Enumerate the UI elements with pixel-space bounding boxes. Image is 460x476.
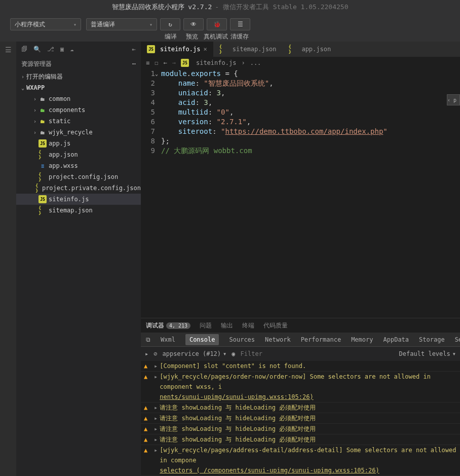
file-label: common: [49, 95, 70, 102]
collapse-icon[interactable]: ⇤: [132, 46, 136, 53]
toolbar: 小程序模式▾ 普通编译▾ ↻ 👁 🐞 ☰ 编译 预览 真机调试 清缓存: [0, 14, 460, 42]
tab-sitemap.json[interactable]: { }sitemap.json: [213, 42, 283, 57]
console-message: [Component] slot "content" is not found.: [160, 361, 457, 371]
devtab-memory[interactable]: Memory: [351, 336, 373, 343]
devtab-storage[interactable]: Storage: [419, 336, 445, 343]
devtab-wxml[interactable]: Wxml: [161, 336, 175, 343]
chevron-down-icon: ▾: [223, 350, 226, 357]
close-icon[interactable]: ×: [203, 46, 207, 53]
clear-console-icon[interactable]: ⊘: [154, 350, 157, 357]
bookmark-icon[interactable]: ☐: [155, 59, 158, 66]
search-icon[interactable]: 🔍: [33, 46, 41, 53]
remote-debug-button[interactable]: 🐞: [207, 18, 227, 30]
list-icon[interactable]: ≡: [146, 59, 149, 66]
expand-icon[interactable]: ▸: [154, 372, 158, 382]
compile-label: 编译: [160, 32, 181, 41]
filter-input[interactable]: [241, 350, 394, 357]
file-app.wxss[interactable]: ≡app.wxss: [16, 160, 141, 171]
project-root[interactable]: ⌄WXAPP: [16, 82, 141, 93]
fold-icon[interactable]: ⌄: [155, 69, 158, 79]
console-row: ▲▸请注意 showLoading 与 hideLoading 必须配对使用: [141, 434, 460, 445]
json-icon: { }: [39, 173, 47, 181]
explorer-icon[interactable]: ☰: [5, 46, 12, 54]
tab-quality[interactable]: 代码质量: [263, 321, 288, 330]
devtab-network[interactable]: Network: [265, 336, 291, 343]
devtab-performance[interactable]: Performance: [301, 336, 341, 343]
context-select[interactable]: appservice (#12) ▾: [162, 350, 226, 357]
json-icon: { }: [39, 151, 47, 159]
project-label: WXAPP: [26, 84, 45, 91]
expand-icon[interactable]: ▸: [154, 424, 158, 434]
console-row: ▲▸请注意 showLoading 与 hideLoading 必须配对使用: [141, 402, 460, 413]
warning-icon: ▲: [144, 445, 151, 455]
levels-select[interactable]: Default levels ▾: [399, 350, 456, 357]
file-app.js[interactable]: JSapp.js: [16, 138, 141, 149]
console-message: [wjyk_recycle/pages/address-detail/addre…: [160, 445, 457, 475]
expand-icon[interactable]: ▸: [154, 361, 158, 371]
peek-panel-icon[interactable]: ‹ p: [447, 94, 460, 105]
tab-issues[interactable]: 问题: [200, 321, 212, 330]
remote-debug-label: 真机调试: [203, 32, 229, 41]
tab-siteinfo.js[interactable]: JSsiteinfo.js×: [141, 42, 213, 57]
eye-icon[interactable]: ◉: [232, 350, 235, 357]
devtab-console[interactable]: Console: [185, 334, 219, 345]
compile-mode-dropdown[interactable]: 普通编译▾: [86, 18, 157, 30]
code-editor[interactable]: 123456789 ⌄ module.exports = { name: "智慧…: [141, 69, 460, 318]
expand-icon[interactable]: ▸: [154, 402, 158, 413]
preview-button[interactable]: 👁: [183, 18, 204, 30]
compile-button[interactable]: ↻: [160, 18, 180, 30]
opened-editors-label: 打开的编辑器: [26, 72, 63, 81]
file-project.config.json[interactable]: { }project.config.json: [16, 171, 141, 182]
more-icon[interactable]: ⋯: [132, 60, 136, 67]
js-icon: JS: [39, 139, 47, 148]
tab-debugger[interactable]: 调试器4, 213: [146, 321, 190, 330]
preview-label: 预览: [181, 32, 203, 41]
devtab-appdata[interactable]: AppData: [383, 336, 409, 343]
file-siteinfo.js[interactable]: JSsiteinfo.js: [16, 194, 141, 205]
mode-dropdown[interactable]: 小程序模式▾: [10, 18, 81, 30]
inspect-icon[interactable]: ⧉: [146, 336, 150, 343]
devtab-secur[interactable]: Secur: [455, 336, 460, 343]
folder-common[interactable]: ›🖿common: [16, 93, 141, 104]
console-output[interactable]: ▲▸[Component] slot "content" is not foun…: [141, 361, 460, 476]
js-icon: JS: [147, 45, 155, 53]
devtab-sources[interactable]: Sources: [229, 336, 255, 343]
warning-icon: ▲: [144, 424, 151, 434]
activity-bar: ☰: [0, 42, 16, 476]
tab-output[interactable]: 输出: [221, 321, 233, 330]
nav-back-icon[interactable]: ←: [163, 59, 167, 66]
warning-icon: ▲: [144, 361, 151, 371]
file-app.json[interactable]: { }app.json: [16, 149, 141, 160]
tab-terminal[interactable]: 终端: [242, 321, 254, 330]
folder-components[interactable]: ›🖿components: [16, 104, 141, 116]
mode-label: 小程序模式: [15, 20, 45, 29]
warning-icon: ▲: [144, 402, 151, 413]
breadcrumb-file[interactable]: siteinfo.js: [196, 59, 236, 66]
console-message: 请注意 showLoading 与 hideLoading 必须配对使用: [160, 413, 457, 423]
tab-app.json[interactable]: { }app.json: [282, 42, 337, 57]
console-row: ▲▸[Component] slot "content" is not foun…: [141, 361, 460, 372]
console-message: 请注意 showLoading 与 hideLoading 必须配对使用: [160, 434, 457, 445]
tab-label: app.json: [301, 46, 331, 53]
chevron-down-icon: ▾: [452, 350, 456, 357]
file-label: components: [49, 106, 85, 114]
nav-forward-icon[interactable]: →: [172, 59, 176, 66]
debugger-count: 4, 213: [166, 322, 190, 329]
toggle-sidebar-icon[interactable]: ▸: [145, 350, 148, 357]
file-sitemap.json[interactable]: { }sitemap.json: [16, 205, 141, 216]
opened-editors-section[interactable]: ›打开的编辑器: [16, 71, 141, 82]
cube-icon[interactable]: ▣: [60, 46, 64, 53]
warning-icon: ▲: [144, 413, 151, 423]
cloud-icon[interactable]: ☁: [70, 46, 73, 53]
folder-static[interactable]: ›🖿static: [16, 116, 141, 127]
json-icon: { }: [288, 45, 296, 53]
breadcrumb-sep: ›: [241, 59, 245, 66]
expand-icon[interactable]: ▸: [154, 413, 158, 423]
expand-icon[interactable]: ▸: [154, 445, 158, 455]
clear-cache-button[interactable]: ☰: [230, 18, 250, 30]
expand-icon[interactable]: ▸: [154, 434, 158, 445]
files-icon[interactable]: 🗐: [21, 46, 27, 53]
file-project.private.config.json[interactable]: { }project.private.config.json: [16, 182, 141, 194]
branch-icon[interactable]: ⎇: [47, 46, 54, 53]
folder-wjyk_recycle[interactable]: ›🖿wjyk_recycle: [16, 127, 141, 138]
